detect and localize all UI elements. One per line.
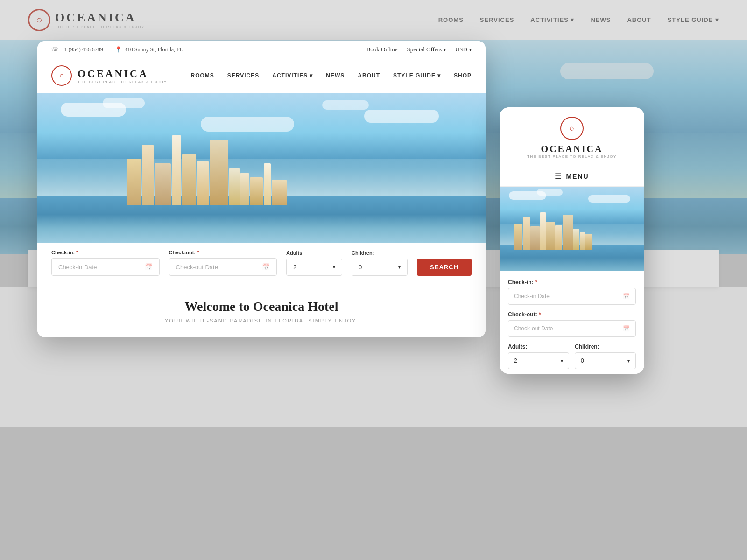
adults-select[interactable]: 2 ▾ bbox=[286, 259, 342, 276]
book-online-link[interactable]: Book Online bbox=[366, 46, 398, 53]
hero-buildings bbox=[127, 121, 396, 205]
hamburger-icon: ☰ bbox=[555, 172, 561, 181]
special-offers-dropdown[interactable]: Special Offers ▾ bbox=[407, 46, 446, 53]
mobile-building-2 bbox=[523, 217, 530, 250]
nav-about[interactable]: ABOUT bbox=[358, 72, 380, 79]
address-text: 410 Sunny St, Florida, FL bbox=[125, 46, 183, 53]
mobile-checkin-input[interactable]: Check-in Date 📅 bbox=[508, 288, 636, 305]
mobile-menu-bar[interactable]: ☰ MENU bbox=[500, 166, 644, 187]
desktop-topbar-left: ☏ +1 (954) 456 6789 📍 410 Sunny St, Flor… bbox=[51, 46, 183, 53]
mobile-checkout-calendar-icon: 📅 bbox=[623, 325, 630, 332]
mobile-guests-row: Adults: 2 ▾ Children: 0 ▾ bbox=[508, 343, 636, 369]
mobile-brand-name: OCEANICA bbox=[509, 144, 635, 154]
mobile-children-select[interactable]: 0 ▾ bbox=[575, 352, 636, 369]
building-9 bbox=[240, 173, 249, 205]
building-5 bbox=[182, 154, 196, 205]
mobile-building-5 bbox=[546, 222, 555, 250]
checkout-required: * bbox=[197, 250, 199, 255]
building-4 bbox=[172, 135, 181, 205]
mobile-header: ○ OCEANICA THE BEST PLACE TO RELAX & ENJ… bbox=[500, 107, 644, 166]
mobile-checkout-input[interactable]: Check-out Date 📅 bbox=[508, 320, 636, 337]
mobile-cloud-2 bbox=[537, 189, 563, 196]
checkout-input[interactable]: Check-out Date 📅 bbox=[169, 258, 277, 276]
phone-icon: ☏ bbox=[51, 46, 58, 53]
mobile-building-9 bbox=[580, 232, 585, 250]
mobile-checkin-label: Check-in: * bbox=[508, 279, 636, 286]
mobile-checkin-placeholder: Check-in Date bbox=[514, 293, 550, 300]
mobile-checkout-required: * bbox=[539, 311, 541, 318]
mobile-checkout-field: Check-out: * Check-out Date 📅 bbox=[508, 311, 636, 337]
mobile-checkin-calendar-icon: 📅 bbox=[623, 293, 630, 300]
mobile-building-6 bbox=[555, 225, 562, 250]
mobile-children-block: Children: 0 ▾ bbox=[575, 343, 636, 369]
style-guide-chevron-icon: ▾ bbox=[437, 72, 441, 79]
adults-label: Adults: bbox=[286, 250, 342, 256]
building-3 bbox=[155, 163, 171, 205]
desktop-logo: ○ OCEANICA THE BEST PLACE TO RELAX & ENJ… bbox=[51, 65, 167, 86]
search-button[interactable]: SEARCH bbox=[417, 259, 472, 276]
mobile-building-7 bbox=[563, 215, 573, 250]
building-1 bbox=[127, 159, 141, 205]
mobile-building-3 bbox=[530, 226, 540, 250]
cloud-4 bbox=[322, 100, 369, 110]
address-contact: 📍 410 Sunny St, Florida, FL bbox=[115, 46, 183, 53]
nav-shop[interactable]: SHOP bbox=[454, 72, 472, 79]
checkin-field: Check-in: * Check-in Date 📅 bbox=[51, 250, 160, 276]
mobile-adults-label: Adults: bbox=[508, 343, 569, 350]
checkout-field: Check-out: * Check-out Date 📅 bbox=[169, 250, 277, 276]
building-10 bbox=[250, 177, 263, 205]
building-11 bbox=[264, 163, 271, 205]
nav-style-guide[interactable]: STYLE GUIDE ▾ bbox=[393, 72, 441, 79]
mobile-buildings bbox=[514, 203, 630, 250]
logo-text: OCEANICA THE BEST PLACE TO RELAX & ENJOY bbox=[78, 68, 167, 84]
mobile-hero-scene bbox=[500, 205, 644, 271]
adults-field: Adults: 2 ▾ bbox=[286, 250, 342, 276]
currency-label: USD bbox=[455, 46, 467, 53]
nav-services[interactable]: SERVICES bbox=[227, 72, 259, 79]
checkin-required: * bbox=[76, 250, 78, 255]
mobile-children-chevron-icon: ▾ bbox=[627, 358, 630, 364]
cloud-2 bbox=[103, 98, 145, 108]
children-value: 0 bbox=[359, 264, 362, 271]
desktop-topbar-right: Book Online Special Offers ▾ USD ▾ bbox=[366, 46, 472, 53]
children-label: Children: bbox=[352, 250, 408, 256]
mobile-adults-select[interactable]: 2 ▾ bbox=[508, 352, 569, 369]
adults-chevron-icon: ▾ bbox=[333, 265, 335, 270]
special-offers-label: Special Offers bbox=[407, 46, 442, 53]
activities-chevron-icon: ▾ bbox=[310, 72, 313, 79]
checkin-calendar-icon: 📅 bbox=[145, 263, 153, 271]
mobile-building-4 bbox=[540, 212, 546, 250]
children-select[interactable]: 0 ▾ bbox=[352, 259, 408, 276]
mobile-booking-form: Check-in: * Check-in Date 📅 Check-out: *… bbox=[500, 271, 644, 374]
desktop-nav: ○ OCEANICA THE BEST PLACE TO RELAX & ENJ… bbox=[37, 58, 486, 93]
children-field: Children: 0 ▾ bbox=[352, 250, 408, 276]
building-6 bbox=[197, 161, 209, 205]
mobile-adults-chevron-icon: ▾ bbox=[561, 358, 563, 364]
mobile-children-value: 0 bbox=[581, 357, 584, 364]
building-7 bbox=[210, 140, 228, 205]
mobile-checkout-placeholder: Check-out Date bbox=[514, 325, 553, 332]
special-offers-chevron-icon: ▾ bbox=[444, 47, 446, 52]
mobile-adults-block: Adults: 2 ▾ bbox=[508, 343, 569, 369]
desktop-nav-links: ROOMS SERVICES ACTIVITIES ▾ NEWS ABOUT S… bbox=[190, 72, 472, 79]
nav-news[interactable]: NEWS bbox=[326, 72, 345, 79]
currency-dropdown[interactable]: USD ▾ bbox=[455, 46, 472, 53]
mobile-checkin-required: * bbox=[535, 279, 537, 286]
mobile-logo-icon: ○ bbox=[560, 117, 584, 140]
children-chevron-icon: ▾ bbox=[398, 265, 401, 270]
mobile-tagline: THE BEST PLACE TO RELAX & ENJOY bbox=[509, 154, 635, 159]
nav-activities[interactable]: ACTIVITIES ▾ bbox=[272, 72, 313, 79]
menu-label: MENU bbox=[566, 173, 589, 180]
phone-number: +1 (954) 456 6789 bbox=[61, 46, 103, 53]
mobile-mockup: ○ OCEANICA THE BEST PLACE TO RELAX & ENJ… bbox=[500, 107, 644, 374]
hero-background bbox=[37, 93, 486, 243]
mobile-children-label: Children: bbox=[575, 343, 636, 350]
desktop-booking-form: Check-in: * Check-in Date 📅 Check-out: *… bbox=[37, 243, 486, 285]
adults-value: 2 bbox=[293, 264, 296, 271]
mobile-building-8 bbox=[573, 229, 579, 250]
mobile-building-10 bbox=[585, 234, 592, 250]
mobile-adults-value: 2 bbox=[514, 357, 517, 364]
desktop-welcome-heading: Welcome to Oceanica Hotel bbox=[51, 299, 472, 314]
checkin-input[interactable]: Check-in Date 📅 bbox=[51, 258, 160, 276]
nav-rooms[interactable]: ROOMS bbox=[190, 72, 214, 79]
